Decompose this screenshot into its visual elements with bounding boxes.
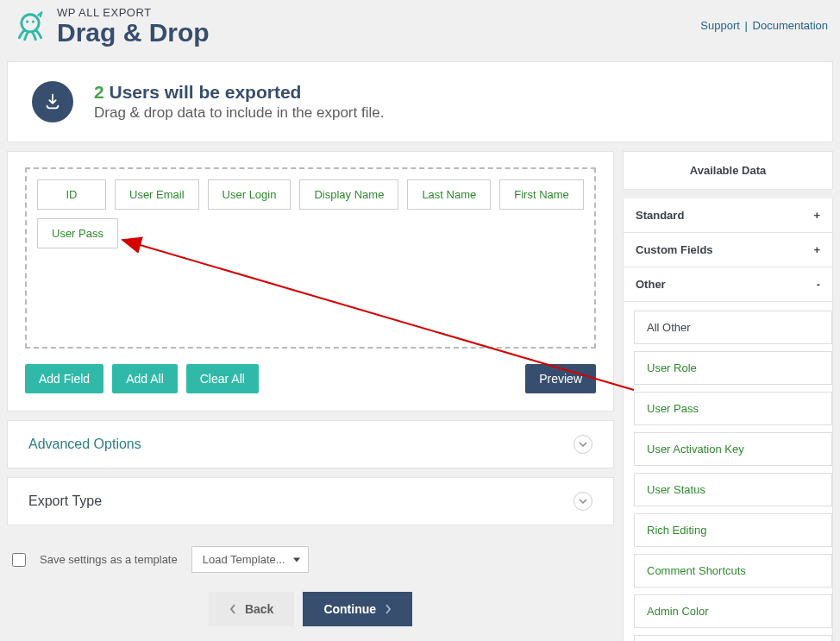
advanced-options-section[interactable]: Advanced Options <box>7 420 614 468</box>
download-icon <box>32 81 73 123</box>
collapse-icon: - <box>817 278 820 291</box>
chevron-left-icon <box>229 604 236 614</box>
load-template-select[interactable]: Load Template... <box>191 546 309 573</box>
available-data-item[interactable]: User Pass <box>634 392 832 425</box>
documentation-link[interactable]: Documentation <box>753 19 828 32</box>
available-data-item[interactable]: User Activation Key <box>634 432 832 466</box>
dropzone[interactable]: IDUser EmailUser LoginDisplay NameLast N… <box>25 167 596 349</box>
field-chip[interactable]: First Name <box>499 179 584 210</box>
available-data-title: Available Data <box>624 152 832 189</box>
support-link[interactable]: Support <box>700 19 740 32</box>
expand-icon: + <box>813 209 820 222</box>
export-type-label: Export Type <box>28 493 102 509</box>
info-subtitle: Drag & drop data to include in the expor… <box>94 104 384 122</box>
export-type-section[interactable]: Export Type <box>7 477 614 525</box>
group-standard[interactable]: Standard + <box>623 198 833 233</box>
available-data-item[interactable]: User Status <box>634 473 832 506</box>
field-chip[interactable]: User Login <box>208 179 291 210</box>
field-chip[interactable]: User Pass <box>37 218 118 248</box>
header-links: Support | Documentation <box>700 7 828 32</box>
group-custom-fields[interactable]: Custom Fields + <box>623 233 833 267</box>
field-chip[interactable]: Display Name <box>299 179 398 210</box>
chevron-down-icon <box>574 435 592 454</box>
available-data-item[interactable]: All Other <box>634 311 832 344</box>
svg-point-1 <box>26 20 28 22</box>
svg-point-0 <box>22 14 39 31</box>
save-template-label: Save settings as a template <box>40 553 178 566</box>
brand: WP ALL EXPORT Drag & Drop <box>12 7 210 46</box>
field-chip[interactable]: Last Name <box>407 179 491 210</box>
available-data-panel: Available Data <box>623 151 833 190</box>
add-field-button[interactable]: Add Field <box>25 364 103 393</box>
available-data-item[interactable]: Comment Shortcuts <box>634 554 832 588</box>
save-settings-row: Save settings as a template Load Templat… <box>7 534 614 573</box>
advanced-options-label: Advanced Options <box>28 437 141 452</box>
field-chip[interactable]: User Email <box>115 179 199 210</box>
header: WP ALL EXPORT Drag & Drop Support | Docu… <box>7 0 833 61</box>
available-data-item[interactable]: Use SSL <box>634 635 832 641</box>
expand-icon: + <box>813 243 820 256</box>
field-chip[interactable]: ID <box>37 179 106 210</box>
available-data-item[interactable]: Rich Editing <box>634 513 832 547</box>
save-template-checkbox[interactable] <box>12 553 26 567</box>
info-panel: 2 Users will be exported Drag & drop dat… <box>7 61 833 142</box>
brand-top-text: WP ALL EXPORT <box>57 7 210 19</box>
add-all-button[interactable]: Add All <box>112 364 178 393</box>
svg-point-2 <box>32 20 34 22</box>
info-title: 2 Users will be exported <box>94 82 384 103</box>
logo-icon <box>12 9 48 45</box>
page-title: Drag & Drop <box>57 19 210 47</box>
continue-button[interactable]: Continue <box>303 592 412 626</box>
chevron-right-icon <box>385 604 392 614</box>
back-button[interactable]: Back <box>209 592 294 626</box>
available-data-item[interactable]: Admin Color <box>634 594 832 628</box>
available-data-item[interactable]: User Role <box>634 351 832 385</box>
chevron-down-icon <box>574 492 592 511</box>
group-other[interactable]: Other - <box>623 267 833 302</box>
preview-button[interactable]: Preview <box>525 364 596 393</box>
field-builder-panel: IDUser EmailUser LoginDisplay NameLast N… <box>7 151 614 412</box>
export-count: 2 <box>94 82 104 102</box>
group-other-items: All OtherUser RoleUser PassUser Activati… <box>623 302 833 641</box>
clear-all-button[interactable]: Clear All <box>186 364 259 393</box>
